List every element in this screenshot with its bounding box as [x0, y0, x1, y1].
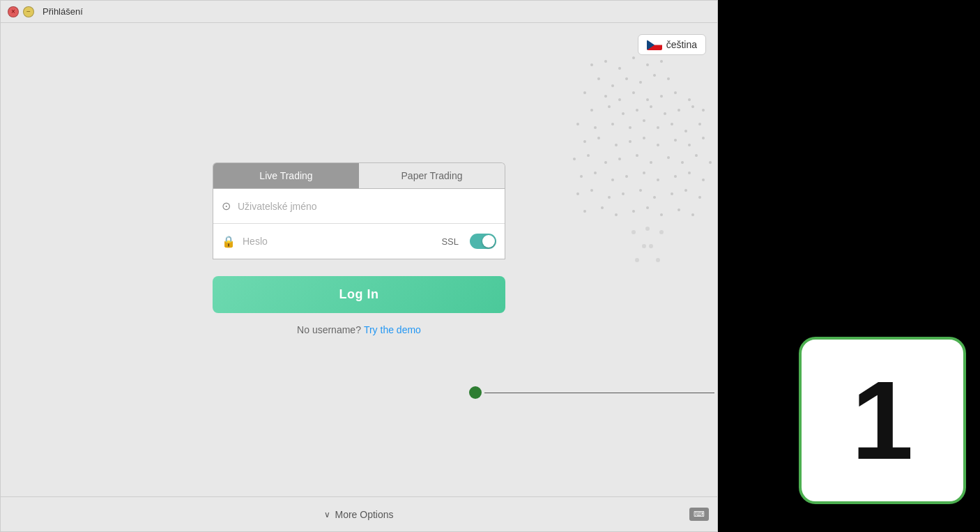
svg-point-84	[645, 227, 650, 231]
svg-point-70	[639, 189, 642, 192]
svg-point-50	[618, 158, 621, 160]
username-row: ⊙	[213, 189, 505, 224]
svg-point-66	[576, 192, 579, 195]
svg-point-13	[604, 95, 607, 98]
svg-point-83	[631, 230, 636, 234]
svg-point-0	[590, 63, 593, 66]
login-window: × − Přihlášení	[0, 0, 718, 532]
svg-point-25	[664, 112, 666, 115]
username-input[interactable]	[238, 201, 496, 212]
svg-point-1	[604, 60, 607, 63]
svg-point-20	[590, 109, 593, 112]
svg-point-68	[608, 196, 611, 199]
svg-point-42	[643, 137, 645, 139]
svg-point-44	[674, 139, 677, 142]
svg-point-86	[642, 244, 646, 248]
svg-point-40	[615, 144, 618, 146]
svg-point-65	[702, 178, 705, 181]
svg-point-14	[618, 98, 621, 101]
svg-point-74	[698, 196, 701, 199]
svg-point-38	[583, 140, 586, 143]
svg-point-61	[643, 172, 645, 174]
svg-point-62	[657, 178, 659, 181]
svg-point-80	[660, 213, 663, 216]
svg-point-43	[657, 144, 659, 146]
svg-point-71	[653, 196, 656, 199]
svg-point-67	[590, 189, 593, 192]
svg-point-49	[604, 161, 607, 164]
svg-point-64	[688, 172, 691, 174]
close-button[interactable]: ×	[8, 6, 19, 17]
svg-point-59	[611, 178, 614, 181]
window-controls: × −	[8, 6, 34, 17]
window-content: čeština Live Trading Paper Trading ⊙ 🔒 S…	[1, 23, 717, 496]
number-card: 1	[799, 337, 966, 504]
svg-point-47	[573, 158, 576, 160]
flag-icon	[647, 40, 662, 50]
right-panel: 1	[718, 0, 980, 532]
trading-tabs: Live Trading Paper Trading	[213, 162, 505, 188]
minimize-icon: −	[26, 8, 31, 15]
svg-point-23	[636, 109, 638, 112]
svg-point-63	[674, 175, 677, 178]
svg-point-2	[618, 67, 621, 70]
svg-point-46	[702, 137, 705, 139]
svg-point-75	[583, 210, 586, 213]
svg-point-82	[691, 213, 694, 216]
try-demo-link[interactable]: Try the demo	[364, 324, 421, 335]
svg-point-17	[660, 95, 663, 98]
svg-point-24	[650, 105, 652, 108]
svg-point-11	[667, 77, 670, 80]
svg-point-12	[583, 91, 586, 94]
credentials-inputs: ⊙ 🔒 SSL	[213, 188, 505, 259]
svg-point-35	[671, 123, 673, 126]
title-bar: × − Přihlášení	[1, 1, 717, 23]
svg-point-41	[629, 140, 631, 143]
svg-point-28	[702, 109, 705, 112]
no-username-text: No username?	[297, 324, 361, 335]
toggle-knob	[482, 235, 495, 248]
svg-point-55	[695, 154, 698, 157]
svg-point-4	[646, 63, 649, 66]
svg-point-39	[597, 137, 600, 139]
svg-point-69	[622, 192, 625, 195]
tab-paper-trading[interactable]: Paper Trading	[359, 163, 505, 188]
svg-point-33	[643, 119, 645, 122]
svg-point-32	[629, 126, 631, 129]
svg-point-56	[709, 161, 712, 164]
svg-point-34	[657, 126, 659, 129]
window-title: Přihlášení	[43, 6, 83, 17]
svg-point-26	[677, 109, 680, 112]
password-input[interactable]	[243, 236, 434, 247]
minimize-button[interactable]: −	[23, 6, 34, 17]
password-row: 🔒 SSL	[213, 224, 505, 259]
svg-point-72	[671, 192, 673, 195]
chevron-down-icon: ∨	[324, 510, 330, 519]
more-options-label: More Options	[335, 509, 393, 520]
ssl-toggle[interactable]	[470, 234, 496, 249]
svg-point-52	[650, 161, 652, 164]
svg-point-37	[698, 123, 701, 126]
more-options-button[interactable]: ∨ More Options	[324, 509, 393, 520]
svg-point-60	[625, 175, 628, 178]
svg-point-77	[615, 213, 618, 216]
svg-point-73	[684, 189, 687, 192]
svg-point-27	[691, 105, 694, 108]
svg-point-78	[632, 210, 635, 213]
svg-point-21	[608, 105, 611, 108]
tab-live-trading[interactable]: Live Trading	[213, 163, 359, 188]
svg-point-22	[622, 112, 625, 115]
svg-point-36	[684, 130, 687, 132]
keyboard-icon-button[interactable]: ⌨	[689, 508, 709, 521]
svg-point-7	[611, 84, 614, 87]
lock-icon: 🔒	[222, 235, 236, 248]
bottom-bar: ∨ More Options ⌨	[1, 496, 717, 531]
svg-point-76	[601, 206, 604, 209]
language-selector[interactable]: čeština	[638, 34, 706, 55]
svg-point-87	[649, 244, 653, 248]
svg-point-31	[611, 123, 614, 126]
svg-point-29	[576, 123, 579, 126]
login-button[interactable]: Log In	[213, 276, 505, 313]
svg-point-79	[646, 206, 649, 209]
svg-point-54	[681, 161, 684, 164]
